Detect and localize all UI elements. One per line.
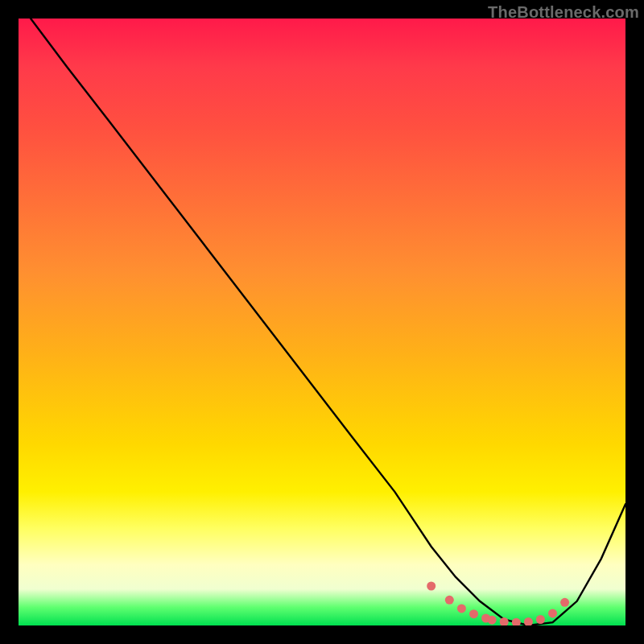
- marker-dot: [457, 604, 466, 613]
- curve-line-group: [31, 19, 625, 625]
- plot-area: [19, 19, 625, 625]
- marker-dot: [536, 615, 545, 624]
- curve-overlay: [19, 19, 625, 625]
- marker-dot: [524, 617, 533, 625]
- marker-dot: [512, 618, 521, 625]
- marker-dot: [445, 596, 454, 605]
- marker-dot: [488, 616, 497, 625]
- watermark-text: TheBottleneck.com: [488, 3, 639, 22]
- chart-container: TheBottleneck.com: [0, 0, 644, 644]
- marker-dot: [469, 609, 478, 618]
- curve-line: [31, 19, 625, 625]
- marker-dot: [560, 598, 569, 607]
- marker-dot: [548, 609, 557, 617]
- marker-dot: [427, 582, 436, 591]
- marker-dot: [500, 617, 509, 625]
- marker-group: [427, 582, 569, 626]
